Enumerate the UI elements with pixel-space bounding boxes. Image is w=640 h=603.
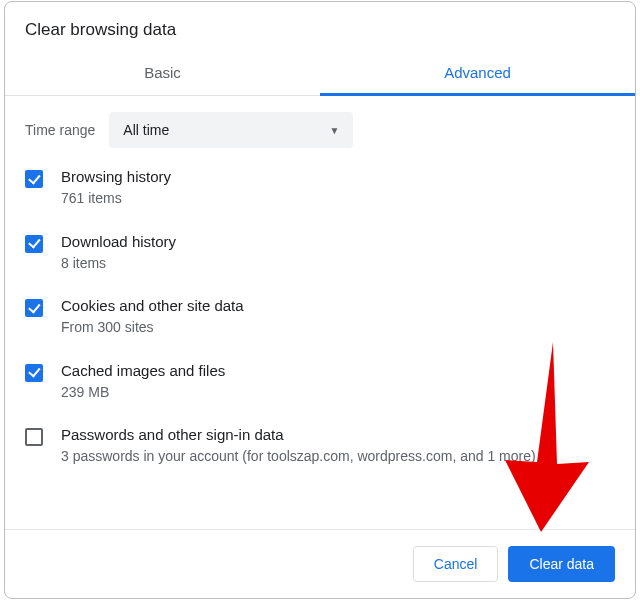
clear-data-button[interactable]: Clear data xyxy=(508,546,615,582)
item-label: Download history xyxy=(61,233,615,250)
item-sub: 239 MB xyxy=(61,383,615,403)
tabs: Basic Advanced xyxy=(5,50,635,96)
checkbox-download-history[interactable] xyxy=(25,235,43,253)
dialog-title: Clear browsing data xyxy=(5,2,635,50)
dialog-footer: Cancel Clear data xyxy=(5,529,635,598)
checkbox-cookies[interactable] xyxy=(25,299,43,317)
item-label: Cookies and other site data xyxy=(61,297,615,314)
item-sub: 761 items xyxy=(61,189,615,209)
checkbox-list: Browsing history 761 items Download hist… xyxy=(5,148,635,487)
time-range-row: Time range All time ▼ xyxy=(5,96,635,148)
item-browsing-history: Browsing history 761 items xyxy=(25,156,615,221)
dropdown-icon: ▼ xyxy=(329,125,339,136)
checkbox-passwords[interactable] xyxy=(25,428,43,446)
item-label: Browsing history xyxy=(61,168,615,185)
time-range-label: Time range xyxy=(25,122,95,138)
item-sub: From 300 sites xyxy=(61,318,615,338)
item-label: Passwords and other sign-in data xyxy=(61,426,615,443)
item-sub: 8 items xyxy=(61,254,615,274)
item-cookies: Cookies and other site data From 300 sit… xyxy=(25,285,615,350)
time-range-select[interactable]: All time ▼ xyxy=(109,112,353,148)
item-cached: Cached images and files 239 MB xyxy=(25,350,615,415)
time-range-value: All time xyxy=(123,122,169,138)
item-passwords: Passwords and other sign-in data 3 passw… xyxy=(25,414,615,479)
item-download-history: Download history 8 items xyxy=(25,221,615,286)
scroll-area[interactable]: Time range All time ▼ Browsing history 7… xyxy=(5,96,635,529)
item-sub: 3 passwords in your account (for toolsza… xyxy=(61,447,615,467)
clear-browsing-data-dialog: Clear browsing data Basic Advanced Time … xyxy=(4,1,636,599)
item-label: Cached images and files xyxy=(61,362,615,379)
cancel-button[interactable]: Cancel xyxy=(413,546,499,582)
tab-basic[interactable]: Basic xyxy=(5,50,320,95)
tab-advanced[interactable]: Advanced xyxy=(320,50,635,95)
checkbox-cached[interactable] xyxy=(25,364,43,382)
checkbox-browsing-history[interactable] xyxy=(25,170,43,188)
